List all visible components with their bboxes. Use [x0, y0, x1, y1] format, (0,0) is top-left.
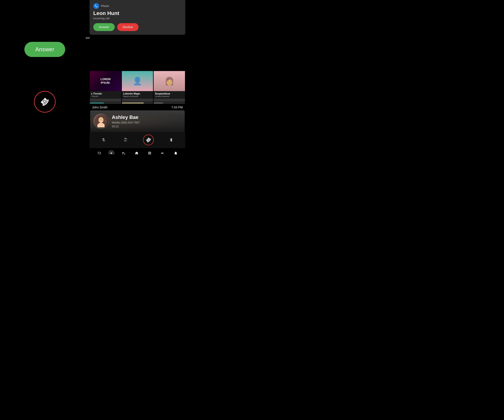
keypad-button[interactable] [121, 135, 130, 144]
mute-button[interactable] [99, 135, 108, 144]
nav-arrow-button[interactable] [108, 150, 114, 154]
notification-caller-name: Leon Hunt [93, 10, 182, 16]
left-panel: Answer ☎ [0, 0, 90, 154]
caller-info: Ashley Bae Mobile (360) 624-7567 00:22 [112, 114, 140, 128]
card-1-title: s Tincidu [91, 92, 120, 95]
end-call-small-icon: ☎ [145, 136, 152, 144]
incoming-call-notification: Phone Leon Hunt Incoming call Answer Dec… [90, 0, 185, 35]
notification-decline-button[interactable]: Decline [117, 23, 139, 31]
nav-notification-button[interactable] [172, 150, 180, 154]
nav-fan-button[interactable] [159, 150, 167, 154]
bluetooth-button[interactable] [167, 135, 176, 144]
nav-apps-button[interactable] [146, 150, 154, 154]
media-section: LOREMIPSUM. s Tincidu i Ryushi 👤 Loborti… [90, 36, 185, 154]
media-card-2[interactable]: 👤 Lobortis Magn Nayara Defuente [122, 71, 153, 102]
notification-actions: Answer Decline [93, 23, 182, 31]
partial-bg-text: ent [86, 36, 90, 40]
person-figure-icon: 👤 [133, 77, 142, 85]
card-2-subtitle: Nayara Defuente [123, 95, 152, 97]
player-info-row: John Smith 7:43 PM [90, 103, 185, 110]
woman-figure-icon: 👩 [165, 77, 174, 85]
end-call-button-small[interactable]: ☎ [143, 134, 154, 145]
svg-rect-3 [98, 119, 103, 121]
phone-app-icon [93, 3, 99, 9]
notification-header: Phone [93, 3, 182, 9]
caller-avatar [93, 114, 109, 129]
active-call-caller-name: Ashley Bae [112, 114, 140, 120]
end-call-icon: ☎ [38, 96, 51, 108]
card-3-title: Suspendisse [155, 92, 184, 95]
nav-home-button[interactable] [133, 150, 140, 154]
temperature-display: 72 [95, 150, 103, 154]
card-3-subtitle: Amelia Edwards [155, 95, 184, 97]
media-card-1[interactable]: LOREMIPSUM. s Tincidu i Ryushi [90, 71, 121, 102]
active-call-number: Mobile (360) 624-7567 [112, 121, 140, 124]
notification-answer-button[interactable]: Answer [93, 23, 115, 31]
nav-equalizer-button[interactable] [120, 150, 127, 154]
answer-button-large[interactable]: Answer [24, 42, 65, 57]
end-call-button[interactable]: ☎ [34, 91, 56, 113]
active-call-card: Ashley Bae Mobile (360) 624-7567 00:22 [90, 110, 185, 132]
lorem-ipsum-text: LOREMIPSUM. [101, 78, 111, 85]
card-2-title: Lobortis Magn [123, 92, 152, 95]
right-panel: Phone Leon Hunt Incoming call Answer Dec… [90, 0, 185, 154]
notification-call-status: Incoming call [93, 17, 182, 20]
active-call-duration: 00:22 [112, 125, 140, 128]
bottom-nav-bar: 72 [90, 148, 185, 154]
call-controls: ☎ [90, 132, 185, 148]
card-1-subtitle: i Ryushi [91, 95, 120, 97]
player-user-name: John Smith [92, 106, 108, 109]
temp-value: 72 [97, 151, 101, 154]
notification-app-name: Phone [101, 5, 109, 8]
media-cards-row: LOREMIPSUM. s Tincidu i Ryushi 👤 Loborti… [90, 71, 185, 102]
player-time: 7:43 PM [171, 106, 183, 109]
media-card-3[interactable]: 👩 Suspendisse Amelia Edwards [154, 71, 185, 102]
